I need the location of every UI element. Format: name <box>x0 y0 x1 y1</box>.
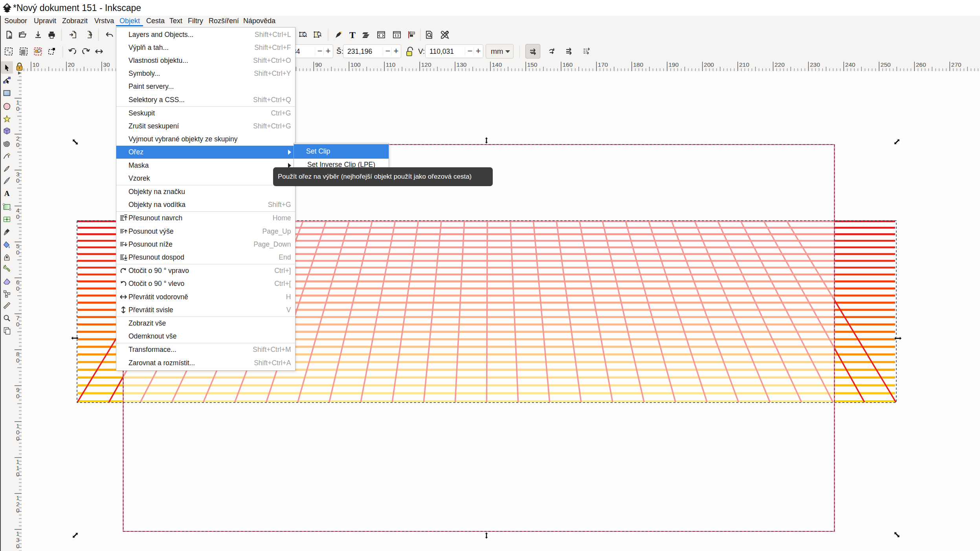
svg-text:0: 0 <box>16 213 20 220</box>
svg-text:2: 2 <box>16 501 20 507</box>
svg-text:270: 270 <box>951 61 962 68</box>
svg-text:0: 0 <box>16 393 20 399</box>
svg-text:6: 6 <box>16 279 20 286</box>
svg-text:220: 220 <box>774 61 785 68</box>
svg-text:180: 180 <box>633 61 643 68</box>
svg-text:7: 7 <box>16 315 20 321</box>
svg-text:160: 160 <box>562 61 573 68</box>
svg-text:8: 8 <box>16 351 20 357</box>
svg-text:230: 230 <box>810 61 820 68</box>
svg-text:0: 0 <box>16 285 20 292</box>
svg-text:20: 20 <box>68 61 75 68</box>
svg-text:A: A <box>4 189 10 198</box>
svg-text:4: 4 <box>16 207 20 214</box>
svg-text:9: 9 <box>16 386 20 393</box>
svg-text:100: 100 <box>351 61 361 68</box>
svg-text:1: 1 <box>16 99 20 106</box>
svg-text:240: 240 <box>845 61 855 68</box>
svg-text:3: 3 <box>16 536 20 543</box>
svg-text:30: 30 <box>103 61 110 68</box>
svg-text:10: 10 <box>32 61 39 68</box>
svg-text:T: T <box>349 30 356 40</box>
svg-text:130: 130 <box>457 61 467 68</box>
svg-text:1: 1 <box>16 530 20 537</box>
svg-text:1: 1 <box>16 423 20 429</box>
svg-text:250: 250 <box>881 61 891 68</box>
svg-text:0: 0 <box>16 357 20 364</box>
svg-text:120: 120 <box>421 61 431 68</box>
svg-text:90: 90 <box>315 61 322 68</box>
svg-text:200: 200 <box>704 61 714 68</box>
svg-text:0: 0 <box>16 177 20 184</box>
svg-text:150: 150 <box>527 61 538 68</box>
svg-text:1: 1 <box>16 494 20 501</box>
svg-text:5: 5 <box>16 243 20 249</box>
svg-text:3: 3 <box>16 171 20 178</box>
svg-text:210: 210 <box>739 61 749 68</box>
svg-text:260: 260 <box>916 61 926 68</box>
svg-text:2: 2 <box>16 135 20 142</box>
svg-text:0: 0 <box>16 249 20 256</box>
svg-text:170: 170 <box>598 61 608 68</box>
svg-text:0: 0 <box>16 105 20 112</box>
svg-text:0: 0 <box>16 321 20 328</box>
svg-text:140: 140 <box>492 61 502 68</box>
svg-text:190: 190 <box>668 61 679 68</box>
svg-text:1: 1 <box>16 458 20 465</box>
svg-text:0: 0 <box>16 141 20 148</box>
svg-text:110: 110 <box>386 61 396 68</box>
svg-text:1: 1 <box>16 465 20 471</box>
svg-text:0: 0 <box>16 429 20 436</box>
